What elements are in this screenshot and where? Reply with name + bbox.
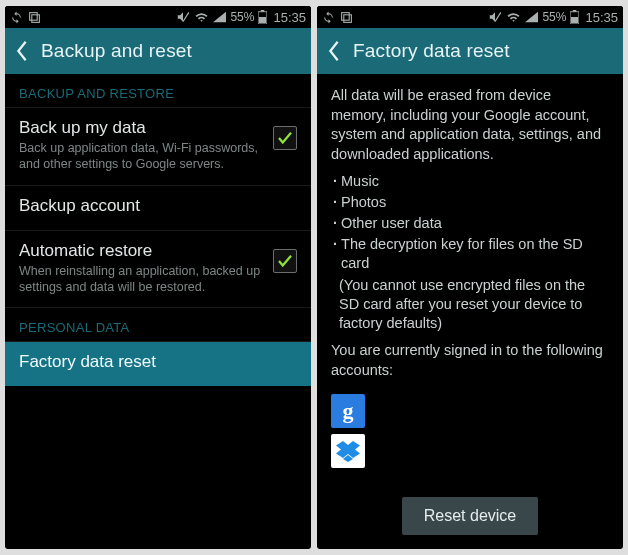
row-title: Automatic restore xyxy=(19,241,265,261)
reset-device-button[interactable]: Reset device xyxy=(402,497,539,535)
wifi-icon xyxy=(194,11,209,23)
svg-rect-4 xyxy=(259,17,266,23)
mute-icon xyxy=(176,10,190,24)
bullet-list: Music Photos Other user data The decrypt… xyxy=(317,170,623,274)
battery-pct: 55% xyxy=(230,10,254,24)
back-button[interactable] xyxy=(7,28,37,74)
row-subtitle: Back up application data, Wi-Fi password… xyxy=(19,140,265,173)
svg-rect-1 xyxy=(32,14,40,22)
row-backup-account[interactable]: Backup account xyxy=(5,186,311,231)
signal-icon xyxy=(525,11,538,23)
list-item: Photos xyxy=(331,193,609,212)
signed-in-text: You are currently signed in to the follo… xyxy=(317,337,623,386)
list-item: Music xyxy=(331,172,609,191)
row-backup-my-data[interactable]: Back up my data Back up application data… xyxy=(5,108,311,186)
status-bar: 55% 15:35 xyxy=(317,6,623,28)
action-bar: Backup and reset xyxy=(5,28,311,74)
status-bar: 55% 15:35 xyxy=(5,6,311,28)
checkbox-automatic-restore[interactable] xyxy=(273,249,297,273)
dropbox-account-icon xyxy=(331,434,365,468)
screen-title: Factory data reset xyxy=(353,40,510,62)
list-item: The decryption key for files on the SD c… xyxy=(331,235,609,273)
battery-icon xyxy=(258,10,267,24)
svg-rect-9 xyxy=(571,17,578,23)
checkbox-backup-my-data[interactable] xyxy=(273,126,297,150)
screen-backup-and-reset: 55% 15:35 Backup and reset BACKUP AND RE… xyxy=(5,6,311,549)
sync-icon xyxy=(10,11,23,24)
parenthetical-note: (You cannot use encrypted files on the S… xyxy=(317,274,623,337)
row-title: Factory data reset xyxy=(19,352,289,372)
row-title: Backup account xyxy=(19,196,289,216)
screenshot-icon xyxy=(340,11,353,24)
sync-icon xyxy=(322,11,335,24)
screen-factory-data-reset: 55% 15:35 Factory data reset All data wi… xyxy=(317,6,623,549)
google-account-icon: g xyxy=(331,394,365,428)
battery-pct: 55% xyxy=(542,10,566,24)
list-item: Other user data xyxy=(331,214,609,233)
warning-text: All data will be erased from device memo… xyxy=(317,74,623,170)
battery-icon xyxy=(570,10,579,24)
clock: 15:35 xyxy=(585,10,618,25)
signal-icon xyxy=(213,11,226,23)
back-button[interactable] xyxy=(319,28,349,74)
account-icons: g xyxy=(317,386,623,468)
svg-rect-5 xyxy=(342,12,350,20)
clock: 15:35 xyxy=(273,10,306,25)
action-bar: Factory data reset xyxy=(317,28,623,74)
row-subtitle: When reinstalling an application, backed… xyxy=(19,263,265,296)
section-header-personal: PERSONAL DATA xyxy=(5,308,311,341)
screenshot-icon xyxy=(28,11,41,24)
mute-icon xyxy=(488,10,502,24)
screen-title: Backup and reset xyxy=(41,40,192,62)
svg-rect-0 xyxy=(30,12,38,20)
wifi-icon xyxy=(506,11,521,23)
row-title: Back up my data xyxy=(19,118,265,138)
svg-rect-6 xyxy=(344,14,352,22)
section-header-backup: BACKUP AND RESTORE xyxy=(5,74,311,107)
row-automatic-restore[interactable]: Automatic restore When reinstalling an a… xyxy=(5,231,311,309)
row-factory-data-reset[interactable]: Factory data reset xyxy=(5,342,311,386)
